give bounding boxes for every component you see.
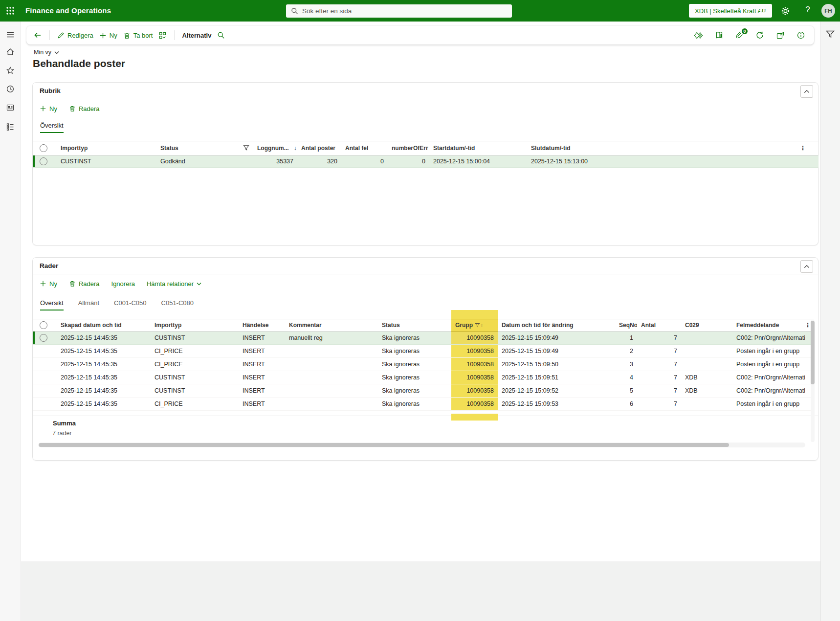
action-pane-right: 0 (694, 31, 807, 40)
collapse-section-button[interactable] (800, 85, 813, 98)
recent-clock-icon[interactable] (0, 82, 21, 96)
table-row[interactable]: CUSTINST Godkänd 35337 320 0 0 2025-12-1… (33, 155, 818, 168)
row-checkbox[interactable] (40, 157, 47, 165)
col-antal-fel[interactable]: Antal fel (341, 141, 388, 155)
modules-list-icon[interactable] (0, 119, 21, 134)
search-input[interactable] (302, 7, 507, 15)
col-status[interactable]: Status (156, 141, 253, 155)
scrollbar-thumb[interactable] (811, 321, 815, 384)
tab-c001-c050[interactable]: C001-C050 (114, 299, 147, 310)
col-startdatum[interactable]: Startdatum/-tid (429, 141, 527, 155)
col-numberoferr[interactable]: numberOfErr (388, 141, 429, 155)
row-select-cell[interactable] (33, 371, 57, 384)
plus-icon (99, 32, 107, 39)
power-apps-icon[interactable] (694, 31, 703, 40)
ignore-button[interactable]: Ignorera (111, 280, 135, 288)
cell-seqno: 4 (615, 371, 637, 384)
table-row[interactable]: 2025-12-15 14:45:35CUSTINSTINSERTmanuell… (33, 332, 814, 345)
select-all-checkbox[interactable] (40, 321, 47, 329)
attachments-icon[interactable]: 0 (735, 31, 744, 40)
col-importtyp[interactable]: Importtyp (57, 141, 156, 155)
tab-oversikt[interactable]: Översikt (40, 122, 64, 133)
notifications-icon[interactable] (758, 6, 768, 16)
grid-more-options[interactable]: ⋮ (796, 141, 818, 155)
new-button[interactable]: Ny (40, 105, 57, 112)
table-row[interactable]: 2025-12-15 14:45:35CI_PRICEINSERTSka ign… (33, 345, 814, 358)
select-all-cell[interactable] (33, 319, 57, 332)
page-title: Behandlade poster (33, 58, 125, 69)
row-select-cell[interactable] (33, 384, 57, 398)
book-icon[interactable] (715, 31, 724, 40)
col-kommentar[interactable]: Kommentar (285, 319, 378, 332)
row-checkbox[interactable] (40, 334, 47, 342)
options-menu[interactable]: Alternativ (182, 32, 211, 39)
col-antal[interactable]: Antal (637, 319, 681, 332)
col-felmeddelande[interactable]: Felmeddelande (732, 319, 805, 332)
delete-button[interactable]: Radera (69, 105, 100, 112)
delete-button[interactable]: Radera (69, 280, 100, 288)
col-grupp[interactable]: Grupp↑ (451, 319, 498, 332)
tab-c051-c080[interactable]: C051-C080 (161, 299, 194, 310)
hamburger-menu-icon[interactable] (0, 27, 21, 42)
open-in-new-window-icon[interactable] (776, 31, 785, 40)
edit-button[interactable]: Redigera (57, 32, 93, 39)
help-icon[interactable]: ? (803, 5, 813, 15)
collapse-section-button[interactable] (800, 260, 813, 273)
rader-toolbar: Ny Radera Ignorera Hämta relationer (40, 278, 201, 289)
new-button[interactable]: Ny (40, 280, 57, 288)
info-icon[interactable] (796, 31, 805, 40)
favorites-star-icon[interactable] (0, 63, 21, 78)
table-row[interactable]: 2025-12-15 14:45:35CUSTINSTINSERTSka ign… (33, 384, 814, 398)
row-select-cell[interactable] (33, 332, 57, 345)
cell-antal: 7 (637, 398, 681, 411)
new-button[interactable]: Ny (99, 32, 117, 39)
filter-pane-icon[interactable] (825, 29, 836, 40)
col-slutdatum[interactable]: Slutdatum/-tid (527, 141, 796, 155)
global-search[interactable] (286, 4, 512, 18)
action-search-icon[interactable] (217, 31, 225, 39)
col-andrad[interactable]: Datum och tid för ändring (498, 319, 615, 332)
back-arrow-icon[interactable] (33, 31, 42, 40)
delete-button[interactable]: Ta bort (123, 32, 153, 39)
vertical-scrollbar[interactable] (811, 320, 815, 442)
cell-kommentar (285, 345, 378, 358)
col-importtyp[interactable]: Importtyp (151, 319, 239, 332)
table-row[interactable]: 2025-12-15 14:45:35CI_PRICEINSERTSka ign… (33, 398, 814, 411)
col-c029[interactable]: C029 (681, 319, 732, 332)
table-row[interactable]: 2025-12-15 14:45:35CI_PRICEINSERTSka ign… (33, 358, 814, 371)
col-status[interactable]: Status (378, 319, 451, 332)
divider (33, 99, 818, 99)
row-select-cell[interactable] (33, 155, 57, 168)
table-row[interactable]: 2025-12-15 14:45:35CUSTINSTINSERTSka ign… (33, 371, 814, 384)
col-seqno[interactable]: SeqNo (615, 319, 637, 332)
cell-c029: XDB (681, 371, 732, 384)
select-all-cell[interactable] (33, 141, 57, 155)
cell-importtyp: CI_PRICE (151, 358, 239, 371)
settings-gear-icon[interactable] (780, 6, 790, 16)
horizontal-scrollbar[interactable] (39, 443, 805, 447)
scrollbar-thumb[interactable] (39, 443, 729, 447)
col-antal-poster[interactable]: Antal poster (297, 141, 341, 155)
fetch-relations-menu[interactable]: Hämta relationer (147, 280, 201, 288)
row-select-cell[interactable] (33, 358, 57, 371)
row-select-cell[interactable] (33, 398, 57, 411)
tab-allmant[interactable]: Allmänt (78, 299, 99, 310)
select-all-checkbox[interactable] (40, 144, 47, 152)
cell-handelse: INSERT (239, 345, 285, 358)
tab-oversikt[interactable]: Översikt (40, 299, 64, 310)
col-skapad[interactable]: Skapad datum och tid (57, 319, 151, 332)
filter-funnel-icon[interactable] (243, 145, 249, 151)
cell-fel: Posten ingår i en grupp (732, 345, 805, 358)
workflow-check-icon[interactable] (158, 31, 167, 40)
cell-loggnum: 35337 (253, 155, 297, 168)
home-icon[interactable] (0, 44, 21, 59)
col-loggnum[interactable]: Loggnum...↓ (253, 141, 297, 155)
user-avatar[interactable]: FH (821, 4, 835, 18)
rubrik-toolbar: Ny Radera (40, 103, 100, 114)
row-select-cell[interactable] (33, 345, 57, 358)
workspaces-icon[interactable] (0, 100, 21, 115)
col-handelse[interactable]: Händelse (239, 319, 285, 332)
refresh-icon[interactable] (755, 31, 764, 40)
view-selector[interactable]: Min vy (34, 49, 59, 56)
app-launcher-waffle-icon[interactable] (5, 6, 15, 16)
